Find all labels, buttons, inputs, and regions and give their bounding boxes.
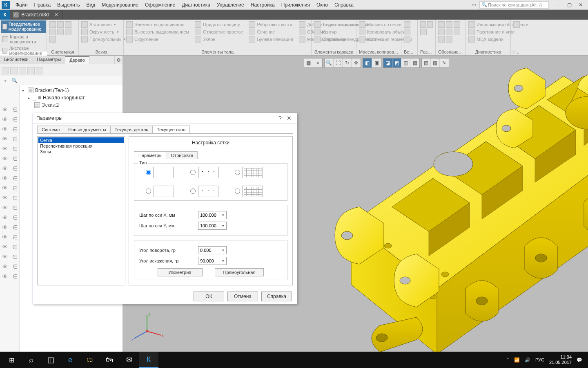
ribbon-ann-icon-4[interactable]: [438, 29, 445, 35]
tree-search-input[interactable]: [20, 78, 121, 83]
vt-shaded[interactable]: ◧: [363, 58, 372, 67]
btn-extrude[interactable]: Элемент выдавливания: [126, 21, 189, 28]
vt-extra1[interactable]: ▨: [431, 58, 440, 67]
btn-hole[interactable]: Отверстие простое: [195, 29, 243, 35]
dtab-new-docs[interactable]: Новые документы: [64, 126, 111, 133]
grid-type-6-radio[interactable]: [235, 188, 240, 194]
chevron-down-icon[interactable]: ▾: [220, 211, 226, 219]
menu-edit[interactable]: Правка: [31, 0, 54, 10]
btn-rib[interactable]: Ребро жесткости: [249, 21, 293, 28]
btn-distance[interactable]: Расстояние и угол: [468, 29, 508, 35]
tray-clock[interactable]: 11:0421.05.2017: [549, 355, 572, 365]
btn-info[interactable]: Информация об объекте: [468, 21, 508, 28]
tree-btn-1[interactable]: [2, 67, 9, 74]
btn-copy-obj[interactable]: Копировать объекты: [359, 29, 399, 35]
ribbon-ann-icon-3[interactable]: [454, 21, 460, 28]
menu-diagnostics[interactable]: Диагностика: [178, 0, 214, 10]
tray-up-icon[interactable]: ˄: [507, 357, 509, 363]
ribbon-aux-icon-3[interactable]: [404, 36, 410, 43]
tray-network-icon[interactable]: 📶: [514, 357, 520, 363]
vt-zoom[interactable]: 🔍: [325, 58, 334, 67]
ribbon-dim-icon-3[interactable]: [420, 29, 427, 35]
grid-type-5-radio[interactable]: [190, 188, 196, 194]
tree-btn-2[interactable]: [10, 67, 18, 74]
tray-notifications-icon[interactable]: 💬: [577, 357, 582, 363]
dialog-close-icon[interactable]: ✕: [285, 114, 294, 122]
help-button[interactable]: Справка: [261, 292, 292, 301]
mode-wireframe[interactable]: Каркас и поверхности: [1, 34, 46, 45]
eye-icon[interactable]: 👁: [2, 214, 8, 221]
dtab-current-window[interactable]: Текущее окно: [152, 126, 190, 133]
tree-btn-5[interactable]: [36, 67, 43, 74]
grid-type-2-radio[interactable]: [190, 170, 196, 175]
ribbon-ann-icon-6[interactable]: [454, 29, 460, 35]
vt-wire[interactable]: ▣: [372, 58, 381, 67]
btn-mass[interactable]: МЦХ модели: [468, 36, 508, 43]
eye-icon[interactable]: 👁: [2, 234, 8, 240]
ribbon-ann-icon-1[interactable]: [438, 21, 445, 28]
eye-icon[interactable]: 👁: [2, 106, 8, 113]
angle-dist-input[interactable]: [198, 257, 220, 265]
btn-circle[interactable]: Окружность▾: [81, 29, 121, 35]
vt-color[interactable]: ▥: [401, 58, 410, 67]
tray-sound-icon[interactable]: 🔊: [525, 357, 530, 363]
eye-icon[interactable]: 👁: [2, 136, 8, 142]
menu-control[interactable]: Управление: [214, 0, 247, 10]
vt-plane[interactable]: ▤: [410, 58, 419, 67]
btn-rectangular[interactable]: Прямоугольная: [215, 268, 264, 276]
btn-thicken[interactable]: Придать толщину: [195, 21, 243, 28]
btn-point[interactable]: Точка по координатам: [314, 21, 354, 28]
btn-geom-coll[interactable]: Коллекция геометрии: [359, 36, 399, 43]
angle-rot-combo[interactable]: ▾: [198, 246, 227, 254]
eye-icon[interactable]: 👁: [2, 165, 8, 172]
grid-type-4-radio[interactable]: [146, 188, 151, 194]
eye-icon[interactable]: 👁: [2, 146, 8, 152]
tree-btn-4[interactable]: [27, 67, 35, 74]
ribbon-dim-icon-1[interactable]: [420, 21, 426, 28]
vt-shadow[interactable]: ▧: [422, 58, 431, 67]
ok-button[interactable]: ОК: [194, 292, 224, 301]
tray-lang[interactable]: РУС: [535, 357, 544, 362]
step-x-input[interactable]: [198, 211, 220, 219]
chevron-down-icon[interactable]: ▾: [220, 222, 226, 229]
ribbon-dim-icon-2[interactable]: [427, 21, 433, 28]
btn-autoline[interactable]: Автолиния▾: [81, 21, 121, 28]
vt-origin[interactable]: ⌖: [313, 58, 322, 67]
chevron-down-icon[interactable]: ▾: [220, 257, 226, 265]
grid-type-1[interactable]: [146, 167, 174, 178]
filter-icon[interactable]: ▾: [2, 77, 9, 84]
grid-type-4[interactable]: [146, 186, 174, 197]
menu-select[interactable]: Выделить: [54, 0, 83, 10]
dialog-titlebar[interactable]: Параметры ? ✕: [33, 113, 297, 124]
command-search[interactable]: 🔍 Поиск по командам (Alt+/): [479, 1, 549, 9]
menu-apps[interactable]: Приложения: [278, 0, 313, 10]
task-kompas[interactable]: К: [139, 352, 158, 368]
eye-icon[interactable]: 👁: [2, 155, 8, 162]
btn-isometry[interactable]: Изометрия: [158, 268, 203, 276]
ribbon-ann-icon-5[interactable]: [446, 29, 452, 35]
tree-sketch[interactable]: ⬚Эскиз:2: [22, 101, 120, 109]
cat-zones[interactable]: Зоны: [38, 149, 124, 155]
cat-perspective[interactable]: Перспективная проекция: [38, 143, 124, 149]
step-y-input[interactable]: [198, 222, 220, 229]
tree-origin[interactable]: ▸⎯Начало координат: [22, 94, 120, 101]
step-y-combo[interactable]: ▾: [198, 222, 227, 230]
btn-cut-extrude[interactable]: Вырезать выдавливанием: [126, 29, 189, 35]
eye-icon[interactable]: 👁: [2, 254, 8, 260]
ribbon-misc-icon[interactable]: [513, 21, 520, 28]
menu-file[interactable]: Файл: [12, 0, 31, 10]
menu-help[interactable]: Справка: [331, 0, 357, 10]
step-x-combo[interactable]: ▾: [198, 211, 227, 219]
mode-sheet[interactable]: Листовое моделирование: [1, 45, 46, 56]
eye-icon[interactable]: 👁: [2, 185, 8, 191]
menu-view[interactable]: Вид: [83, 0, 98, 10]
ribbon-copy-icon[interactable]: [49, 36, 56, 43]
ribbon-ann-icon-8[interactable]: [446, 36, 452, 43]
minimize-button[interactable]: —: [553, 1, 563, 9]
vt-fit[interactable]: ⛶: [334, 58, 343, 67]
tree-btn-3[interactable]: [19, 67, 26, 74]
btn-fillet[interactable]: Скругление: [126, 36, 189, 43]
task-view[interactable]: ◫: [41, 352, 60, 368]
grid-type-5[interactable]: [190, 186, 218, 197]
close-button[interactable]: ✕: [576, 1, 586, 9]
